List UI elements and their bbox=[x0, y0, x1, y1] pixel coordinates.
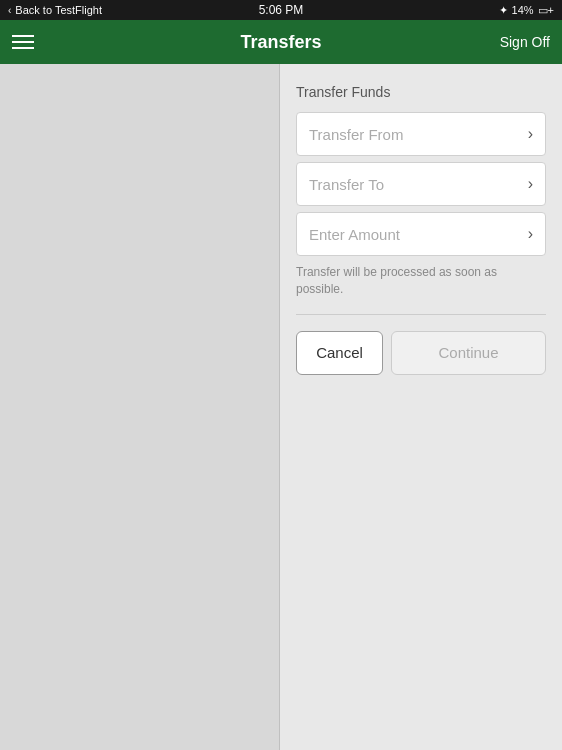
right-panel: Transfer Funds Transfer From › Transfer … bbox=[280, 64, 562, 750]
status-bar-left: ‹ Back to TestFlight bbox=[8, 4, 102, 16]
hamburger-menu-button[interactable] bbox=[12, 35, 34, 49]
bluetooth-icon: ✦ bbox=[499, 4, 508, 17]
battery-label: 14% bbox=[512, 4, 534, 16]
transfer-from-chevron-icon: › bbox=[528, 125, 533, 143]
back-chevron-icon: ‹ bbox=[8, 5, 11, 16]
battery-icon: ▭+ bbox=[538, 4, 554, 17]
status-bar-time: 5:06 PM bbox=[259, 3, 304, 17]
enter-amount-chevron-icon: › bbox=[528, 225, 533, 243]
button-row: Cancel Continue bbox=[296, 331, 546, 375]
transfer-to-label: Transfer To bbox=[309, 176, 384, 193]
transfer-to-chevron-icon: › bbox=[528, 175, 533, 193]
transfer-from-label: Transfer From bbox=[309, 126, 403, 143]
transfer-to-field[interactable]: Transfer To › bbox=[296, 162, 546, 206]
cancel-button[interactable]: Cancel bbox=[296, 331, 383, 375]
section-title: Transfer Funds bbox=[296, 84, 546, 100]
sidebar bbox=[0, 64, 280, 750]
divider bbox=[296, 314, 546, 315]
transfer-form: Transfer From › Transfer To › Enter Amou… bbox=[296, 112, 546, 375]
transfer-from-field[interactable]: Transfer From › bbox=[296, 112, 546, 156]
notice-text: Transfer will be processed as soon as po… bbox=[296, 264, 546, 298]
main-content: Transfer Funds Transfer From › Transfer … bbox=[0, 64, 562, 750]
enter-amount-label: Enter Amount bbox=[309, 226, 400, 243]
status-bar: ‹ Back to TestFlight 5:06 PM ✦ 14% ▭+ bbox=[0, 0, 562, 20]
sign-off-button[interactable]: Sign Off bbox=[500, 34, 550, 50]
status-bar-right: ✦ 14% ▭+ bbox=[499, 4, 554, 17]
nav-bar-title: Transfers bbox=[240, 32, 321, 53]
back-to-testflight-label: Back to TestFlight bbox=[15, 4, 102, 16]
continue-button[interactable]: Continue bbox=[391, 331, 546, 375]
enter-amount-field[interactable]: Enter Amount › bbox=[296, 212, 546, 256]
nav-bar: Transfers Sign Off bbox=[0, 20, 562, 64]
